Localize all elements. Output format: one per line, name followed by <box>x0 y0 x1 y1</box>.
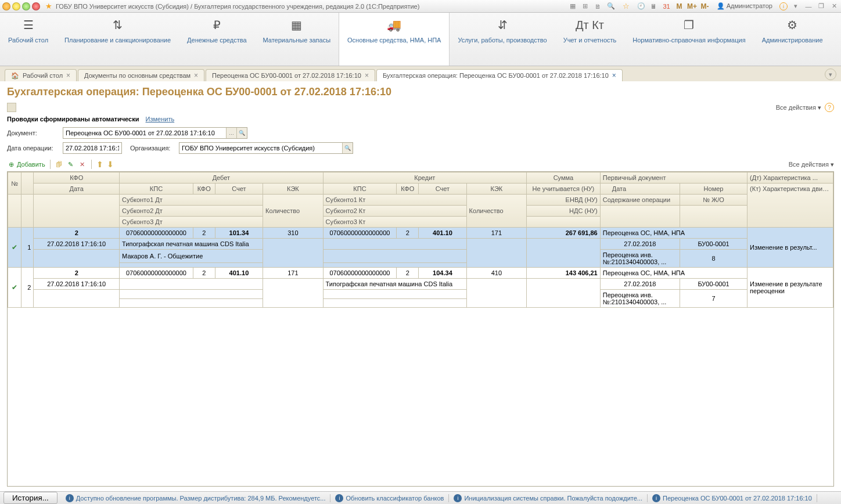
doc-ellipsis-btn[interactable]: … <box>226 128 236 138</box>
win-btn-3[interactable] <box>22 2 30 10</box>
section-2[interactable]: ₽ Денежные средства <box>179 13 254 66</box>
h-content[interactable]: Содержание операции <box>600 195 680 206</box>
date-input[interactable] <box>63 143 121 153</box>
win-btn-1[interactable] <box>2 2 10 10</box>
ti-5[interactable]: 🕘 <box>637 2 646 11</box>
section-6[interactable]: Дт Кт Учет и отчетность <box>555 13 625 66</box>
m-plus-btn[interactable]: M+ <box>688 2 697 11</box>
fav-icon[interactable]: ☆ <box>623 2 630 10</box>
h-qty-k[interactable]: Количество <box>466 195 526 228</box>
edit-icon[interactable]: ✎ <box>67 160 75 168</box>
ti-1[interactable]: ▦ <box>568 2 577 11</box>
org-input[interactable] <box>179 143 342 153</box>
h-sub2k[interactable]: Субконто2 Кт <box>323 206 466 217</box>
maximize-icon[interactable]: ❐ <box>817 2 826 11</box>
h-k-kps[interactable]: КПС <box>323 183 397 195</box>
h-k-acc[interactable]: Счет <box>419 183 466 195</box>
h-charact-dt[interactable]: (Дт) Характеристика ... <box>747 172 833 183</box>
tab-0[interactable]: 🏠Рабочий стол× <box>5 69 77 81</box>
copy-icon[interactable]: 🗐 <box>55 160 63 168</box>
section-0[interactable]: ☰ Рабочий стол <box>0 13 56 66</box>
win-btn-4[interactable] <box>32 2 40 10</box>
section-4[interactable]: 🚚 Основные средства, НМА, НПА <box>339 13 450 66</box>
ti-4[interactable]: 🔍 <box>606 2 616 11</box>
h-sub3k[interactable]: Субконто3 Кт <box>323 217 466 228</box>
h-prim-date[interactable]: Дата <box>600 183 680 195</box>
h-sub1d[interactable]: Субконто1 Дт <box>120 195 263 206</box>
row-check[interactable]: ✔ <box>8 228 21 268</box>
dropdown-icon[interactable]: ▾ <box>791 2 800 11</box>
ti-2[interactable]: ⊞ <box>581 2 590 11</box>
h-d-acc[interactable]: Счет <box>215 183 263 195</box>
table-all-actions[interactable]: Все действия ▾ <box>789 161 834 168</box>
user-label[interactable]: 👤 Администратор <box>713 2 776 10</box>
sb-item-1[interactable]: iОбновить классификатор банков <box>330 494 449 502</box>
h-kfo[interactable]: КФО <box>34 172 120 183</box>
table-row[interactable]: 27.02.2018 17:16:10 Типографская печатна… <box>8 279 833 290</box>
h-sum[interactable]: Сумма <box>527 172 601 183</box>
table-row[interactable]: ✔ 2 2 07060000000000000 2 401.10 171 070… <box>8 268 833 279</box>
up-arrow[interactable]: ⬆ <box>96 160 103 169</box>
tab-1[interactable]: Документы по основным средствам× <box>78 69 204 81</box>
m-minus-btn[interactable]: M- <box>700 2 710 11</box>
h-k-kfo[interactable]: КФО <box>397 183 419 195</box>
table-row[interactable]: Переоценка инв. №:2101340400003, ... 7 <box>8 290 833 299</box>
doc-search-btn[interactable]: 🔍 <box>236 128 247 138</box>
calendar-icon[interactable]: 31 <box>662 2 671 11</box>
section-1[interactable]: ⇅ Планирование и санкционирование <box>56 13 179 66</box>
section-8[interactable]: ⚙ Администрирование <box>754 13 831 66</box>
tab-close-icon[interactable]: × <box>194 71 198 80</box>
h-sub3d[interactable]: Субконто3 Дт <box>120 217 263 228</box>
h-charact-kt[interactable]: (Кт) Характеристика движения <box>747 183 833 228</box>
h-d-kfo[interactable]: КФО <box>193 183 215 195</box>
page-icon[interactable] <box>7 103 16 112</box>
star-icon[interactable]: ★ <box>45 2 52 10</box>
h-jo[interactable]: № Ж/О <box>680 195 747 206</box>
win-btn-2[interactable] <box>12 2 20 10</box>
org-search-btn[interactable]: 🔍 <box>342 143 353 153</box>
h-d-kps[interactable]: КПС <box>120 183 193 195</box>
change-link[interactable]: Изменить <box>146 116 175 123</box>
close-icon[interactable]: ✕ <box>829 2 839 11</box>
entries-grid[interactable]: № КФО Дебет Кредит Сумма Первичный докум… <box>8 172 833 308</box>
h-sub1k[interactable]: Субконто1 Кт <box>323 195 466 206</box>
h-sub2d[interactable]: Субконто2 Дт <box>120 206 263 217</box>
tabs-expand-icon[interactable]: ▾ <box>825 69 836 80</box>
section-5[interactable]: ⇵ Услуги, работы, производство <box>450 13 555 66</box>
m-btn[interactable]: M <box>675 2 684 11</box>
h-notnu[interactable]: Не учитывается (НУ) <box>527 183 601 195</box>
h-envd[interactable]: ЕНВД (НУ) <box>527 195 601 206</box>
table-row[interactable]: Макаров А. Г. - Общежитие Переоценка инв… <box>8 250 833 263</box>
sb-item-0[interactable]: iДоступно обновление программы. Размер д… <box>61 494 331 502</box>
h-date[interactable]: Дата <box>34 183 120 195</box>
tab-2[interactable]: Переоценка ОС БУ00-0001 от 27.02.2018 17… <box>206 69 375 81</box>
down-arrow[interactable]: ⬇ <box>107 160 114 169</box>
tab-3[interactable]: Бухгалтерская операция: Переоценка ОС БУ… <box>376 69 623 81</box>
h-nds[interactable]: НДС (НУ) <box>527 206 601 217</box>
delete-icon[interactable]: ✕ <box>78 160 87 168</box>
h-kredit[interactable]: Кредит <box>323 172 526 183</box>
add-button[interactable]: ⊕ Добавить <box>7 160 45 168</box>
h-prim-num[interactable]: Номер <box>680 183 747 195</box>
sb-item-3[interactable]: iПереоценка ОС БУ00-0001 от 27.02.2018 1… <box>648 494 817 502</box>
ti-3[interactable]: 🗎 <box>594 2 603 11</box>
section-7[interactable]: ❐ Нормативно-справочная информация <box>624 13 753 66</box>
history-button[interactable]: История... <box>3 492 57 504</box>
h-debet[interactable]: Дебет <box>120 172 324 183</box>
doc-input[interactable] <box>63 128 226 138</box>
tab-close-icon[interactable]: × <box>365 71 369 80</box>
h-primdoc[interactable]: Первичный документ <box>600 172 747 183</box>
info-icon[interactable]: i <box>779 2 788 10</box>
h-qty-d[interactable]: Количество <box>263 195 324 228</box>
help-icon[interactable]: ? <box>825 103 834 112</box>
sb-item-2[interactable]: iИнициализация системы справки. Пожалуйс… <box>449 494 648 502</box>
minimize-icon[interactable]: — <box>804 2 813 11</box>
tab-close-icon[interactable]: × <box>612 71 616 80</box>
section-3[interactable]: ▦ Материальные запасы <box>255 13 339 66</box>
all-actions-link[interactable]: Все действия ▾ <box>776 104 821 111</box>
h-d-kek[interactable]: КЭК <box>263 183 324 195</box>
h-k-kek[interactable]: КЭК <box>466 183 526 195</box>
tab-close-icon[interactable]: × <box>66 71 70 80</box>
h-num[interactable]: № <box>8 172 21 195</box>
calc-icon[interactable]: 🖩 <box>649 2 659 11</box>
